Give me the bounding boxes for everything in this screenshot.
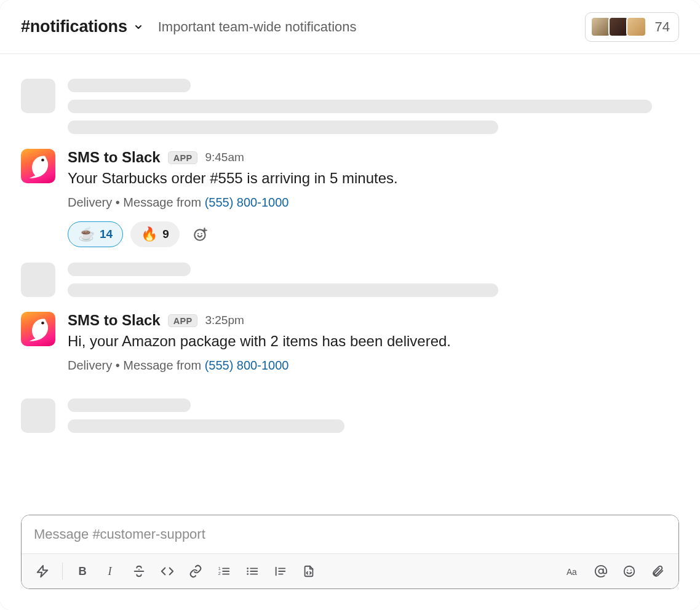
formatting-toggle-button[interactable]: Aa — [560, 559, 585, 584]
message-context: Delivery • Message from (555) 800-1000 — [68, 358, 679, 373]
reaction-count: 14 — [100, 228, 113, 241]
message-input[interactable] — [22, 515, 678, 553]
svg-point-21 — [247, 573, 249, 575]
message-placeholder — [21, 263, 679, 297]
message-meta: SMS to Slack APP 3:25pm — [68, 312, 679, 329]
reactions-row: ☕ 14 🔥 9 — [68, 221, 679, 248]
svg-text:2: 2 — [218, 571, 221, 576]
message-text: Your Starbucks order #555 is arriving in… — [68, 170, 679, 187]
svg-point-19 — [247, 568, 249, 569]
svg-marker-7 — [38, 566, 48, 577]
app-avatar[interactable] — [21, 149, 55, 183]
mention-button[interactable] — [589, 559, 613, 584]
member-count: 74 — [655, 19, 670, 35]
svg-point-6 — [41, 322, 44, 325]
lightning-icon — [36, 564, 49, 578]
bird-icon — [25, 152, 53, 181]
message-time[interactable]: 3:25pm — [205, 314, 244, 327]
blockquote-icon — [274, 564, 287, 578]
bird-icon — [25, 315, 53, 344]
svg-point-3 — [201, 233, 202, 234]
link-icon — [189, 564, 202, 578]
bulleted-list-icon — [245, 564, 259, 578]
code-button[interactable] — [155, 559, 180, 584]
placeholder-line — [68, 263, 191, 276]
svg-point-27 — [599, 569, 603, 573]
composer: B I 12 — [21, 515, 679, 589]
phone-link[interactable]: (555) 800-1000 — [205, 358, 289, 372]
message-sms-2: SMS to Slack APP 3:25pm Hi, your Amazon … — [21, 312, 679, 384]
svg-point-28 — [624, 566, 635, 577]
message-body: SMS to Slack APP 3:25pm Hi, your Amazon … — [68, 312, 679, 384]
message-placeholder — [21, 79, 679, 134]
reaction-count: 9 — [162, 228, 169, 241]
member-avatars — [591, 17, 646, 37]
sender-name[interactable]: SMS to Slack — [68, 149, 161, 166]
reaction-fire[interactable]: 🔥 9 — [130, 221, 180, 247]
sender-name[interactable]: SMS to Slack — [68, 312, 161, 329]
bold-icon: B — [76, 564, 89, 578]
placeholder-body — [68, 398, 679, 433]
link-button[interactable] — [183, 559, 208, 584]
strikethrough-icon — [132, 564, 146, 578]
svg-text:Aa: Aa — [567, 568, 577, 577]
message-placeholder — [21, 398, 679, 433]
channel-header: #notifications Important team-wide notif… — [0, 0, 700, 54]
placeholder-line — [68, 100, 652, 113]
members-pill[interactable]: 74 — [585, 12, 679, 42]
placeholder-line — [68, 79, 191, 92]
message-meta: SMS to Slack APP 9:45am — [68, 149, 679, 166]
avatar — [591, 17, 611, 37]
svg-point-0 — [41, 159, 44, 162]
svg-point-1 — [194, 229, 205, 240]
add-reaction-button[interactable] — [187, 221, 214, 248]
app-badge: APP — [168, 151, 198, 164]
message-text: Hi, your Amazon package with 2 items has… — [68, 333, 679, 350]
app-avatar[interactable] — [21, 312, 55, 346]
code-icon — [161, 564, 174, 578]
context-prefix: Delivery • Message from — [68, 196, 205, 209]
svg-point-29 — [627, 569, 628, 571]
avatar — [608, 17, 629, 37]
avatar-placeholder — [21, 79, 55, 113]
phone-link[interactable]: (555) 800-1000 — [205, 196, 289, 209]
placeholder-line — [68, 398, 191, 412]
separator — [62, 563, 63, 580]
emoji-button[interactable] — [617, 559, 642, 584]
svg-text:I: I — [107, 565, 112, 577]
ordered-list-button[interactable]: 12 — [212, 559, 236, 584]
codeblock-button[interactable] — [296, 559, 321, 584]
blockquote-button[interactable] — [268, 559, 293, 584]
reaction-coffee[interactable]: ☕ 14 — [68, 221, 123, 247]
avatar — [626, 17, 646, 37]
placeholder-body — [68, 79, 679, 134]
shortcuts-button[interactable] — [30, 559, 55, 584]
placeholder-line — [68, 121, 498, 134]
attach-button[interactable] — [645, 559, 670, 584]
chevron-down-icon — [133, 22, 143, 32]
avatar-placeholder — [21, 398, 55, 433]
svg-point-2 — [197, 233, 199, 234]
strike-button[interactable] — [127, 559, 151, 584]
coffee-icon: ☕ — [78, 228, 95, 241]
italic-icon: I — [104, 564, 117, 578]
channel-name-button[interactable]: #notifications — [21, 17, 143, 36]
bulleted-list-button[interactable] — [240, 559, 264, 584]
avatar-placeholder — [21, 263, 55, 297]
svg-point-20 — [247, 571, 249, 572]
codeblock-icon — [302, 564, 316, 578]
message-context: Delivery • Message from (555) 800-1000 — [68, 196, 679, 210]
fire-icon: 🔥 — [141, 228, 157, 241]
composer-area: B I 12 — [0, 515, 700, 610]
paperclip-icon — [651, 564, 664, 578]
ordered-list-icon: 12 — [217, 564, 231, 578]
channel-name-text: #notifications — [21, 17, 127, 36]
placeholder-body — [68, 263, 679, 297]
svg-text:B: B — [79, 564, 87, 577]
message-time[interactable]: 9:45am — [205, 151, 244, 164]
composer-toolbar: B I 12 — [22, 553, 678, 588]
aa-icon: Aa — [566, 564, 579, 578]
italic-button[interactable]: I — [98, 559, 123, 584]
bold-button[interactable]: B — [70, 559, 95, 584]
placeholder-line — [68, 419, 344, 433]
